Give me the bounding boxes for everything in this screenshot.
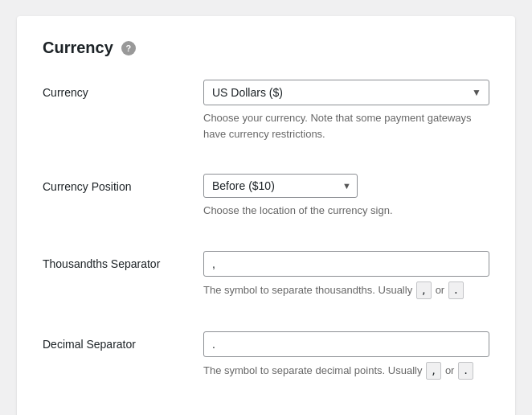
thousandths-separator-field: The symbol to separate thousandths. Usua… xyxy=(203,251,489,299)
code-comma: , xyxy=(416,281,432,299)
currency-position-field: Before ($10)After (10$)Before with space… xyxy=(203,174,489,219)
currency-label: Currency xyxy=(43,80,203,99)
currency-position-description: Choose the location of the currency sign… xyxy=(203,203,489,219)
position-select-wrapper: Before ($10)After (10$)Before with space… xyxy=(203,174,358,198)
currency-row: Currency US Dollars ($)Euro (€)British P… xyxy=(43,80,489,158)
decimal-separator-label: Decimal Separator xyxy=(43,331,203,351)
decimal-separator-row: Decimal Separator The symbol to separate… xyxy=(43,331,489,396)
currency-select[interactable]: US Dollars ($)Euro (€)British Pound (£)J… xyxy=(203,80,489,105)
currency-field: US Dollars ($)Euro (€)British Pound (£)J… xyxy=(203,80,489,142)
page-title: Currency xyxy=(43,39,113,57)
thousandths-separator-input[interactable] xyxy=(203,251,489,277)
currency-position-select[interactable]: Before ($10)After (10$)Before with space… xyxy=(203,174,358,198)
thousandths-separator-description: The symbol to separate thousandths. Usua… xyxy=(203,281,489,299)
thousandths-separator-label: Thousandths Separator xyxy=(43,251,203,270)
decimal-separator-description: The symbol to separate decimal points. U… xyxy=(203,362,489,380)
panel-header: Currency ? xyxy=(43,39,489,57)
currency-description: Choose your currency. Note that some pay… xyxy=(203,110,489,142)
help-icon[interactable]: ? xyxy=(121,41,136,55)
currency-select-wrapper: US Dollars ($)Euro (€)British Pound (£)J… xyxy=(203,80,489,105)
code-dot-2: . xyxy=(458,362,473,380)
decimal-separator-field: The symbol to separate decimal points. U… xyxy=(203,331,489,380)
thousandths-separator-row: Thousandths Separator The symbol to sepa… xyxy=(43,251,489,315)
currency-panel: Currency ? Currency US Dollars ($)Euro (… xyxy=(17,16,515,415)
currency-position-label: Currency Position xyxy=(43,174,203,193)
code-comma-2: , xyxy=(426,362,441,380)
panel-content: Currency ? Currency US Dollars ($)Euro (… xyxy=(17,16,515,415)
code-dot: . xyxy=(448,281,464,299)
decimal-separator-input[interactable] xyxy=(203,331,489,357)
currency-position-row: Currency Position Before ($10)After (10$… xyxy=(43,174,489,235)
